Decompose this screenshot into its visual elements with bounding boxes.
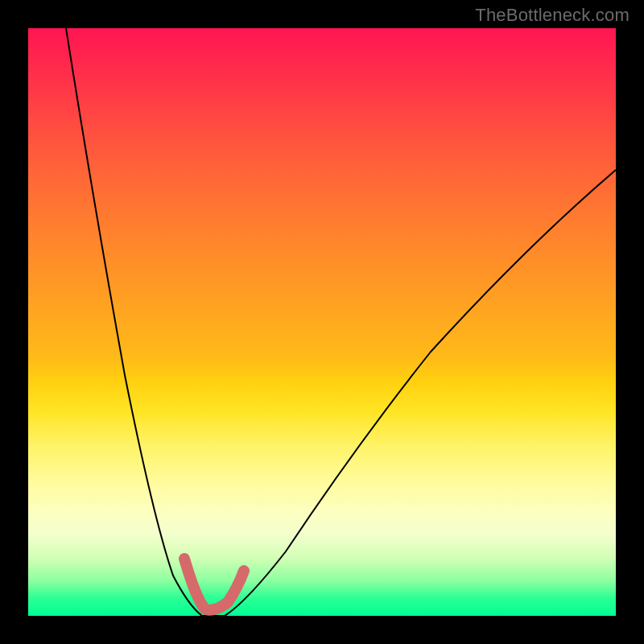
gradient-plot-area <box>28 28 616 616</box>
curve-left-branch <box>66 28 202 616</box>
curve-right-branch <box>225 170 616 616</box>
watermark-text: TheBottleneck.com <box>475 5 630 26</box>
curve-layer <box>28 28 616 616</box>
plot-frame: TheBottleneck.com <box>0 0 644 644</box>
curve-valley-highlight <box>184 559 244 610</box>
